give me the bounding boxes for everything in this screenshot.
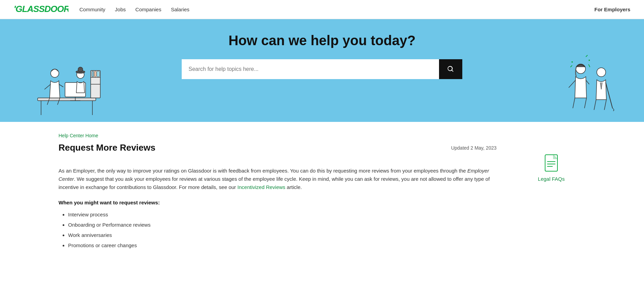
- nav-item-community[interactable]: Community: [79, 7, 105, 13]
- section-heading: When you might want to request reviews:: [59, 200, 497, 205]
- search-button[interactable]: [439, 59, 462, 79]
- main-nav: Community Jobs Companies Salaries: [79, 7, 190, 13]
- svg-rect-1: [38, 98, 96, 101]
- community-link[interactable]: Community: [79, 7, 105, 12]
- body-paragraph: As an Employer, the only way to improve …: [59, 167, 497, 191]
- legal-faqs-icon: [542, 153, 561, 173]
- logo[interactable]: 'GLASSDOOR': [14, 2, 68, 17]
- svg-line-21: [584, 98, 587, 108]
- search-bar: [182, 59, 462, 79]
- svg-text:'GLASSDOOR': 'GLASSDOOR': [14, 4, 68, 14]
- page-title: Request More Reviews: [59, 142, 155, 153]
- hero-content: How can we help you today?: [0, 33, 644, 79]
- nav-item-jobs[interactable]: Jobs: [115, 7, 126, 13]
- for-employers-nav[interactable]: For Employers: [594, 7, 630, 13]
- hero-title: How can we help you today?: [0, 33, 644, 48]
- navbar: 'GLASSDOOR' Community Jobs Companies Sal…: [0, 0, 644, 19]
- breadcrumb: Help Center Home: [59, 133, 497, 138]
- list-item: Interview process: [68, 210, 497, 220]
- list-item: Work anniversaries: [68, 230, 497, 240]
- for-employers-link[interactable]: For Employers: [594, 7, 630, 12]
- nav-item-companies[interactable]: Companies: [136, 7, 162, 13]
- svg-line-25: [594, 100, 596, 110]
- salaries-link[interactable]: Salaries: [171, 7, 189, 12]
- article-suffix: article.: [285, 184, 302, 190]
- search-icon: [447, 65, 454, 73]
- list-item: Promotions or career changes: [68, 240, 497, 251]
- jobs-link[interactable]: Jobs: [115, 7, 126, 12]
- bullet-list: Interview process Onboarding or Performa…: [59, 210, 497, 251]
- employer-center-italic: Employer Center: [59, 168, 489, 182]
- updated-date: Updated 2 May, 2023: [451, 142, 497, 151]
- breadcrumb-home-link[interactable]: Help Center Home: [59, 133, 98, 138]
- main-content: Help Center Home Request More Reviews Up…: [31, 122, 613, 271]
- sidebar: Legal FAQs: [517, 133, 585, 251]
- svg-line-26: [604, 100, 606, 110]
- meta-row: Request More Reviews Updated 2 May, 2023: [59, 142, 497, 156]
- svg-line-20: [573, 98, 575, 108]
- legal-faqs-link[interactable]: Legal FAQs: [538, 176, 565, 182]
- companies-link[interactable]: Companies: [136, 7, 162, 12]
- search-input[interactable]: [182, 59, 439, 79]
- nav-item-salaries[interactable]: Salaries: [171, 7, 189, 13]
- legal-faqs-card: Legal FAQs: [517, 153, 585, 182]
- list-item: Onboarding or Performance reviews: [68, 220, 497, 230]
- hero-section: How can we help you today?: [0, 19, 644, 122]
- content-area: Help Center Home Request More Reviews Up…: [59, 133, 497, 251]
- incentivized-reviews-link[interactable]: Incentivized Reviews: [237, 184, 285, 190]
